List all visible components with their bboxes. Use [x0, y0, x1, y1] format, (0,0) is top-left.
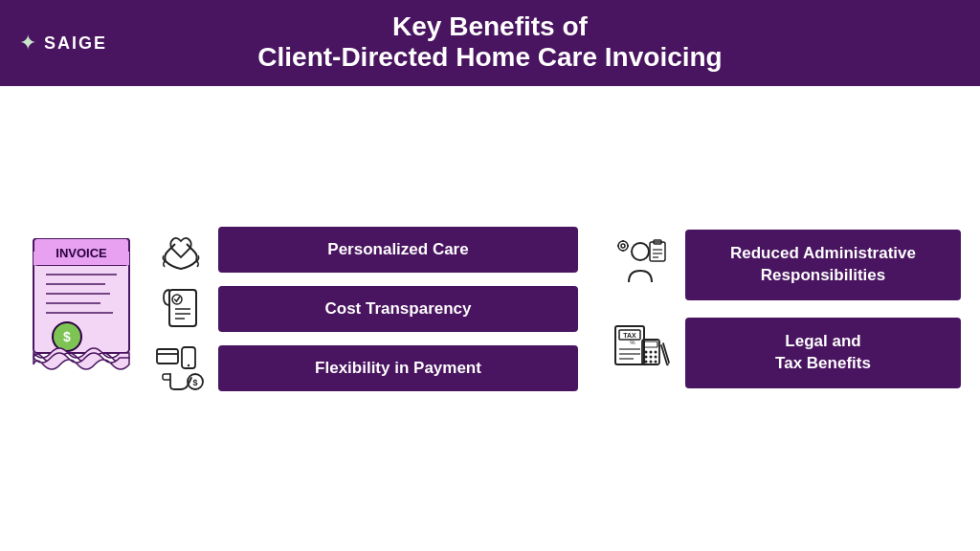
title-line2: Client-Directed Home Care Invoicing — [19, 42, 961, 73]
svg-text:INVOICE: INVOICE — [56, 246, 107, 260]
logo-area: ✦ SAIGE — [19, 31, 107, 55]
svg-rect-42 — [644, 342, 657, 347]
svg-point-50 — [650, 360, 653, 363]
flexibility-payment-label: Flexibility in Payment — [218, 345, 578, 391]
svg-text:%: % — [630, 340, 635, 345]
svg-point-24 — [621, 244, 625, 248]
benefit-row-cost-transparency: Cost Transparency — [153, 284, 578, 334]
benefit-row-flexibility-payment: $ Flexibility in Payment — [153, 343, 578, 393]
cost-transparency-icon — [153, 284, 209, 334]
benefit-row-reduced-admin: Reduced AdministrativeResponsibilities — [607, 230, 961, 300]
reduced-admin-label: Reduced AdministrativeResponsibilities — [685, 230, 961, 300]
svg-point-51 — [655, 360, 657, 363]
legal-tax-icon: TAX % — [607, 322, 674, 384]
logo-text: SAIGE — [44, 33, 107, 54]
saige-logo-icon: ✦ — [19, 31, 36, 55]
main-content: INVOICE $ — [0, 86, 980, 532]
left-benefits-list: Personalized Care Cost Transparency — [144, 225, 578, 393]
svg-point-46 — [645, 355, 648, 358]
invoice-illustration: INVOICE $ — [19, 238, 144, 381]
personalized-care-label: Personalized Care — [218, 227, 578, 273]
svg-point-22 — [632, 243, 649, 260]
svg-point-47 — [650, 355, 653, 358]
benefit-row-legal-tax: TAX % — [607, 318, 961, 388]
personalized-care-icon — [153, 225, 209, 275]
svg-point-45 — [655, 350, 657, 353]
svg-rect-29 — [650, 242, 665, 261]
right-benefits-list: Reduced AdministrativeResponsibilities T… — [607, 230, 961, 388]
svg-point-19 — [188, 364, 189, 366]
reduced-admin-icon — [607, 234, 674, 296]
cost-transparency-label: Cost Transparency — [218, 286, 578, 332]
benefit-row-personalized-care: Personalized Care — [153, 225, 578, 275]
title-line1: Key Benefits of — [19, 11, 961, 42]
svg-point-23 — [618, 241, 628, 251]
svg-text:TAX: TAX — [623, 332, 636, 339]
legal-tax-label: Legal andTax Benefits — [685, 318, 961, 388]
flexibility-payment-icon: $ — [153, 343, 209, 393]
svg-point-49 — [645, 360, 648, 363]
svg-point-43 — [645, 350, 648, 353]
page-header: ✦ SAIGE Key Benefits of Client-Directed … — [0, 0, 980, 86]
svg-point-44 — [650, 350, 653, 353]
svg-point-48 — [655, 355, 657, 358]
svg-rect-16 — [157, 349, 178, 364]
svg-text:$: $ — [63, 329, 71, 344]
svg-text:$: $ — [192, 378, 197, 387]
header-title: Key Benefits of Client-Directed Home Car… — [19, 11, 961, 73]
